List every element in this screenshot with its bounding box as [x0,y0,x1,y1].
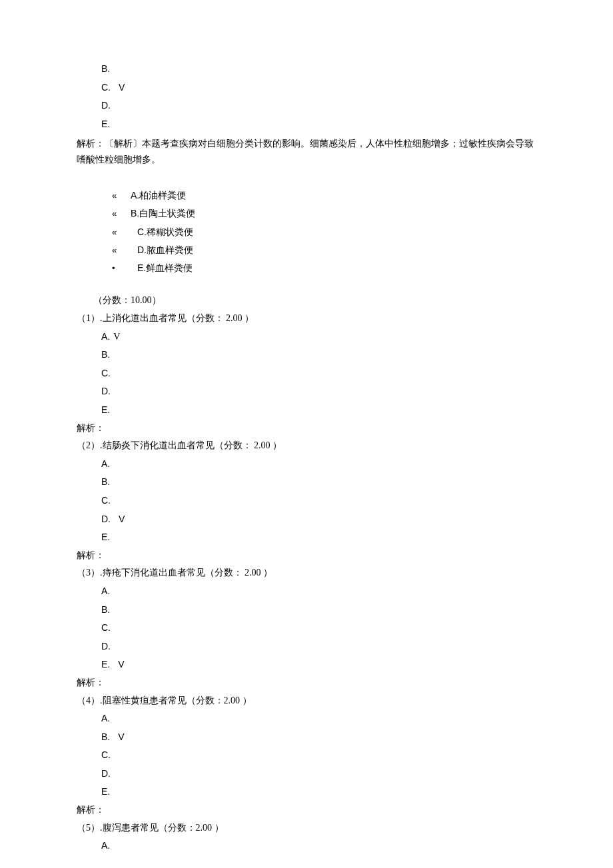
prev-option-d: D. [93,97,536,115]
choice-d: «D.脓血样粪便 [112,241,536,259]
q2-stem: （2）.结肠炎下消化道出血者常见（分数： 2.00 ） [77,437,536,455]
q4-option-a: A. [93,709,536,728]
q3-option-d: D. [93,638,536,656]
q4-analysis: 解析： [77,801,536,819]
q1-option-e: E. [93,401,536,420]
q5-stem: （5）.腹泻患者常见（分数：2.00 ） [77,819,536,837]
q3-option-a: A. [93,582,536,601]
q4-option-b: B.V [93,728,536,747]
prev-option-e: E. [93,115,536,134]
q1-option-b: B. [93,346,536,364]
q4-stem: （4）.阻塞性黄疸患者常见（分数：2.00 ） [77,692,536,710]
prev-option-b: B. [93,60,536,79]
q4-option-e: E. [93,783,536,801]
choice-set: «A.柏油样粪便 «B.白陶土状粪便 «C.稀糊状粪便 «D.脓血样粪便 •E.… [93,187,536,277]
prev-option-c: C.V [93,79,536,97]
q3-option-b: B. [93,601,536,620]
choice-c: «C.稀糊状粪便 [112,223,536,241]
q1-option-d: D. [93,382,536,401]
check-mark-icon: V [118,659,124,669]
choice-e: •E.鲜血样粪便 [112,259,536,277]
q5-option-a: A. [93,837,536,855]
q1-analysis: 解析： [77,420,536,438]
check-mark-icon: V [113,332,120,342]
q3-stem: （3）.痔疮下消化道出血者常见（分数： 2.00 ） [77,564,536,582]
q1-option-a: A.V [93,328,536,346]
q1-option-c: C. [93,364,536,383]
choice-a: «A.柏油样粪便 [112,187,536,205]
check-mark-icon: V [119,514,125,524]
q2-option-b: B. [93,473,536,492]
q2-option-e: E. [93,528,536,547]
document-page: B. C.V D. E. 解析：〔解析〕本题考查疾病对白细胞分类计数的影响。细菌… [0,0,613,868]
total-score: （分数：10.00） [93,292,536,310]
q1-stem: （1）.上消化道出血者常见（分数： 2.00 ） [77,310,536,328]
q2-analysis: 解析： [77,547,536,565]
q2-option-d: D.V [93,510,536,529]
q3-option-e: E.V [93,655,536,674]
q3-analysis: 解析： [77,674,536,692]
prev-analysis: 解析：〔解析〕本题考查疾病对白细胞分类计数的影响。细菌感染后，人体中性粒细胞增多… [77,136,536,168]
q3-option-c: C. [93,619,536,638]
check-mark-icon: V [119,82,125,93]
q4-option-c: C. [93,746,536,765]
check-mark-icon: V [118,731,124,742]
q2-option-c: C. [93,492,536,510]
choice-b: «B.白陶土状粪便 [112,205,536,222]
q4-option-d: D. [93,765,536,783]
q2-option-a: A. [93,455,536,474]
